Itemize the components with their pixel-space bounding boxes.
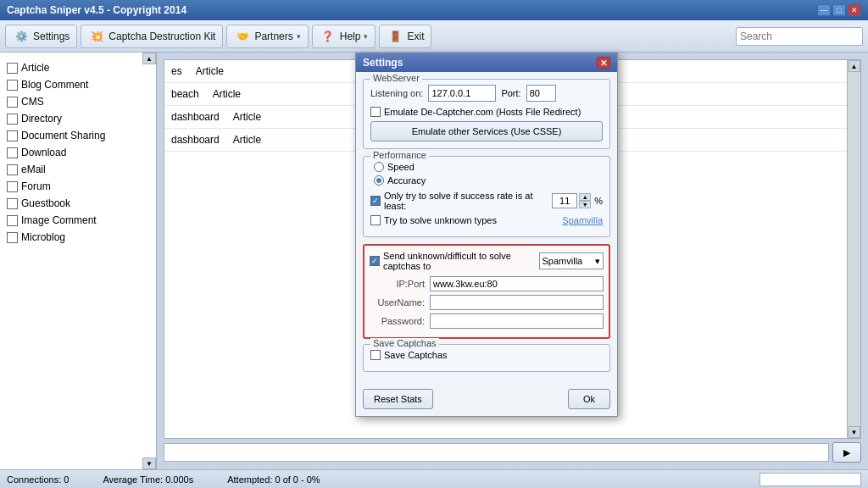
exit-menu[interactable]: 🚪 Exit [379, 25, 431, 48]
row1-col1: es [171, 65, 182, 77]
image-comment-checkbox[interactable] [7, 215, 18, 226]
forum-label: Forum [21, 180, 51, 192]
row4-col1: dashboard [171, 134, 220, 146]
close-button[interactable]: ✕ [848, 4, 861, 16]
send-unknown-checkbox[interactable] [370, 256, 380, 266]
listening-input[interactable] [428, 85, 496, 102]
try-unknown-row: Try to solve unknown types Spamvilla [370, 215, 603, 225]
webserver-label: WebServer [370, 73, 422, 83]
only-try-checkbox[interactable] [370, 196, 381, 206]
document-sharing-checkbox[interactable] [7, 130, 18, 141]
password-row: Password: [370, 313, 604, 329]
emulate-decaptcher-checkbox[interactable] [370, 107, 381, 117]
performance-radio-group: Speed Accuracy [370, 162, 603, 186]
download-checkbox[interactable] [7, 147, 18, 158]
dialog-close-button[interactable]: ✕ [597, 57, 610, 69]
forum-checkbox[interactable] [7, 181, 18, 192]
table-scrollbar[interactable]: ▲ ▼ [847, 60, 860, 438]
reset-stats-button[interactable]: Reset Stats [363, 389, 433, 409]
scroll-up-button[interactable]: ▲ [142, 53, 156, 64]
port-input[interactable] [526, 85, 556, 102]
password-input[interactable] [430, 313, 604, 329]
dialog-title-text: Settings [363, 57, 403, 69]
document-sharing-label: Document Sharing [21, 130, 105, 141]
captcha-kit-label: Captcha Destruction Kit [108, 30, 215, 42]
speed-radio[interactable]: Speed [374, 162, 603, 172]
directory-label: Directory [21, 113, 62, 125]
microblog-checkbox[interactable] [7, 232, 18, 243]
accuracy-radio[interactable]: Accuracy [374, 175, 603, 186]
settings-menu[interactable]: ⚙️ Settings [5, 25, 77, 48]
send-unknown-box: Send unknown/difficult to solve captchas… [363, 244, 610, 339]
exit-icon: 🚪 [387, 28, 403, 45]
maximize-button[interactable]: □ [832, 4, 846, 16]
sidebar-item-guestbook[interactable]: Guestbook [0, 195, 142, 212]
emulate-other-button[interactable]: Emulate other Services (Use CSSE) [370, 121, 603, 141]
ok-button[interactable]: Ok [568, 389, 610, 409]
percent-label: % [594, 196, 603, 206]
captcha-kit-menu[interactable]: 💥 Captcha Destruction Kit [81, 25, 223, 48]
spinner-down-button[interactable]: ▼ [579, 201, 591, 208]
save-captchas-row: Save Captchas [370, 350, 603, 360]
emulate-decaptcher-label: Emulate De-Captcher.com (Hosts File Redi… [384, 107, 581, 117]
send-unknown-label: Send unknown/difficult to solve captchas… [383, 251, 532, 271]
minimize-button[interactable]: — [817, 4, 831, 16]
sidebar-item-email[interactable]: eMail [0, 161, 142, 178]
sidebar-item-document-sharing[interactable]: Document Sharing [0, 127, 142, 144]
sidebar-item-blog-comment[interactable]: Blog Comment [0, 76, 142, 93]
image-comment-label: Image Comment [21, 214, 97, 226]
scroll-down-button[interactable]: ▼ [142, 458, 156, 469]
save-captchas-checkbox[interactable] [370, 350, 381, 360]
send-title-row: Send unknown/difficult to solve captchas… [370, 251, 604, 271]
status-bar: Connections: 0 Average Time: 0.000s Atte… [0, 469, 868, 488]
status-input[interactable] [760, 473, 861, 486]
download-label: Download [21, 147, 66, 158]
email-checkbox[interactable] [7, 164, 18, 175]
spinner-buttons: ▲ ▼ [579, 193, 591, 208]
speed-radio-button[interactable] [374, 162, 384, 172]
sidebar-item-directory[interactable]: Directory [0, 110, 142, 127]
directory-checkbox[interactable] [7, 114, 18, 125]
sidebar-item-cms[interactable]: CMS [0, 93, 142, 110]
dropdown-arrow-icon: ▾ [595, 256, 600, 267]
spamvilla-link[interactable]: Spamvilla [562, 215, 603, 225]
dialog-footer: Reset Stats Ok [356, 385, 617, 416]
try-unknown-checkbox[interactable] [370, 215, 381, 225]
sidebar-item-forum[interactable]: Forum [0, 178, 142, 195]
email-label: eMail [21, 164, 46, 175]
sidebar-item-download[interactable]: Download [0, 144, 142, 161]
success-rate-input[interactable] [552, 193, 577, 208]
sidebar-item-image-comment[interactable]: Image Comment [0, 212, 142, 229]
send-dropdown[interactable]: Spamvilla ▾ [539, 252, 604, 269]
ip-port-input[interactable] [430, 276, 604, 291]
only-try-label: Only try to solve if success rate is at … [384, 191, 548, 211]
partners-arrow: ▾ [297, 32, 301, 41]
table-scroll-down[interactable]: ▼ [849, 426, 860, 438]
row2-col2: Article [213, 88, 241, 100]
row3-col2: Article [233, 111, 261, 123]
blog-comment-checkbox[interactable] [7, 80, 18, 91]
emulate-decaptcher-row: Emulate De-Captcher.com (Hosts File Redi… [370, 107, 603, 117]
username-input[interactable] [430, 295, 604, 310]
ip-port-label: IP:Port [370, 279, 425, 289]
sidebar-item-article[interactable]: Article [0, 59, 142, 76]
bottom-arrow-button[interactable]: ▶ [832, 442, 861, 463]
help-menu[interactable]: ❓ Help ▾ [312, 25, 376, 48]
spinner-up-button[interactable]: ▲ [579, 193, 591, 201]
partners-menu[interactable]: 🤝 Partners ▾ [226, 25, 308, 48]
search-input[interactable] [736, 27, 863, 46]
table-scroll-up[interactable]: ▲ [849, 60, 860, 72]
guestbook-checkbox[interactable] [7, 198, 18, 209]
only-try-row: Only try to solve if success rate is at … [370, 191, 603, 211]
menu-bar: ⚙️ Settings 💥 Captcha Destruction Kit 🤝 … [0, 20, 868, 53]
accuracy-radio-button[interactable] [374, 175, 384, 186]
dialog-title-bar: Settings ✕ [356, 53, 617, 72]
row3-col1: dashboard [171, 111, 220, 123]
article-checkbox[interactable] [7, 63, 18, 74]
ip-port-row: IP:Port [370, 276, 604, 291]
bottom-input[interactable] [164, 443, 829, 462]
title-controls: — □ ✕ [817, 4, 861, 16]
cms-checkbox[interactable] [7, 97, 18, 108]
sidebar-item-microblog[interactable]: Microblog [0, 229, 142, 246]
app-title: Captcha Sniper v4.5 - Copyright 2014 [7, 4, 186, 16]
